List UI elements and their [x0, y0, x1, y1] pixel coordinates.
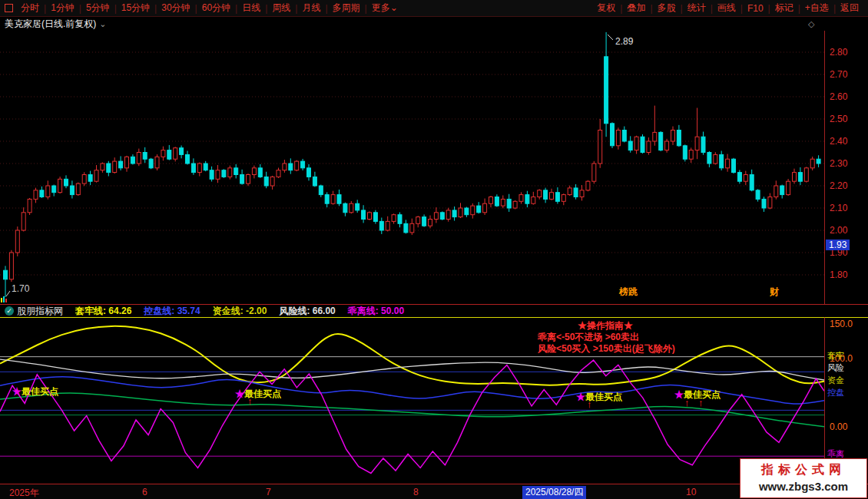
diamond-icon[interactable]: ◇ — [808, 19, 814, 29]
price-label: 2.50 — [830, 114, 847, 124]
check-icon: ✓ — [5, 306, 14, 316]
indicator-axis-label: 150.0 — [830, 319, 853, 329]
svg-text:榜跳: 榜跳 — [618, 286, 638, 297]
indicator-panel[interactable]: ★操作指南★乖离<-50不进场 >60卖出风险<50买入 >150卖出(起飞除外… — [0, 317, 824, 484]
indicator-axis-label: 0.00 — [830, 421, 847, 432]
date-label-3: 8 — [413, 487, 419, 497]
top-toolbar: 分时|1分钟|5分钟|15分钟|30分钟|60分钟|日线|周线|月线|多周期|更… — [0, 0, 868, 17]
star-icon: ★ — [12, 386, 22, 397]
price-label: 2.30 — [830, 158, 847, 169]
line-tag-3: 控盘 — [827, 387, 844, 398]
toolbar-tool-6[interactable]: 标记 — [770, 2, 798, 15]
logo-text: 股朋指标网 — [17, 305, 63, 318]
toolbar-period-6[interactable]: 日线 — [237, 2, 265, 15]
price-label: 2.40 — [830, 136, 847, 147]
titlebar: 美克家居(日线.前复权) ⌄ ◇ — [0, 17, 868, 31]
watermark-url: www.zbgs3.com — [740, 480, 866, 493]
toolbar-period-0[interactable]: 分时 — [16, 2, 44, 15]
star-icon: ★ — [576, 392, 585, 402]
date-axis: 2025年678102025/08/28/四 — [0, 484, 868, 499]
buy-point-text: 最佳买点 — [22, 386, 58, 397]
indicator-value-4: 乖离线: 50.00 — [348, 305, 404, 318]
toolbar-tool-5[interactable]: F10 — [743, 3, 768, 14]
buy-point-label-1: ★最佳买点 — [235, 388, 281, 401]
toolbar-tool-4[interactable]: 画线 — [713, 2, 740, 15]
price-axis: 2.802.702.602.502.402.302.202.102.001.90… — [824, 31, 868, 304]
toolbar-period-7[interactable]: 周线 — [267, 2, 295, 15]
toolbar-period-1[interactable]: 1分钟 — [46, 2, 79, 15]
stock-title: 美克家居(日线.前复权) — [5, 18, 96, 31]
candlestick-chart[interactable]: 2.891.70榜跳财 — [0, 31, 824, 304]
watermark-box: 指标公式网 www.zbgs3.com — [740, 458, 867, 498]
price-label: 2.10 — [830, 203, 847, 213]
price-label: 2.20 — [830, 180, 847, 191]
toolbar-tool-7[interactable]: +自选 — [800, 2, 833, 15]
buy-arrow-icon-0: ↑ — [247, 395, 253, 407]
indicator-value-1: 控盘线: 35.74 — [144, 305, 200, 318]
indicator-value-0: 套牢线: 64.26 — [75, 305, 131, 318]
line-tag-0: 套牢 — [827, 350, 844, 362]
trading-app-window: 分时|1分钟|5分钟|15分钟|30分钟|60分钟|日线|周线|月线|多周期|更… — [0, 0, 868, 499]
indicator-site-logo[interactable]: ✓ 股朋指标网 — [5, 305, 63, 318]
buy-point-label-2: ★最佳买点 — [576, 391, 622, 404]
buy-point-label-3: ★最佳买点 — [674, 388, 721, 402]
date-label-0: 2025年 — [9, 487, 39, 499]
toolbar-period-9[interactable]: 多周期 — [328, 2, 365, 15]
line-tag-1: 风险 — [827, 362, 844, 374]
toolbar-period-10[interactable]: 更多⌄ — [367, 2, 403, 15]
star-icon: ★ — [674, 389, 684, 400]
toolbar-period-4[interactable]: 30分钟 — [157, 2, 194, 15]
buy-arrow-icon-2: ↑ — [684, 397, 690, 408]
date-label-2: 7 — [266, 487, 271, 497]
period-menu: 分时|1分钟|5分钟|15分钟|30分钟|60分钟|日线|周线|月线|多周期|更… — [5, 2, 592, 15]
toolbar-tool-0[interactable]: 复权 — [592, 2, 620, 15]
toolbar-tool-2[interactable]: 多股 — [653, 2, 681, 15]
buy-point-label-0: ★最佳买点 — [12, 385, 58, 398]
toolbar-period-2[interactable]: 5分钟 — [81, 2, 114, 15]
buy-arrow-icon-3: ↑ — [698, 397, 704, 408]
toolbar-period-5[interactable]: 60分钟 — [197, 2, 235, 15]
current-price-badge: 1.93 — [826, 240, 850, 250]
indicator-value-2: 资金线: -2.00 — [213, 305, 267, 318]
buy-arrow-icon-1: ↑ — [587, 398, 592, 410]
price-label: 2.00 — [830, 225, 847, 236]
toolbar-tool-1[interactable]: 叠加 — [622, 2, 650, 15]
toolbar-tool-8[interactable]: 返回 — [836, 2, 863, 15]
price-label: 2.60 — [830, 91, 847, 102]
date-label-4: 10 — [686, 487, 696, 497]
star-icon: ★ — [235, 388, 244, 399]
price-label: 1.80 — [830, 269, 847, 280]
toolbar-period-8[interactable]: 月线 — [297, 2, 325, 15]
tools-menu: 复权|叠加|多股|统计|画线|F10|标记|+自选|返回 — [592, 2, 863, 15]
chevron-down-icon[interactable]: ⌄ — [99, 19, 106, 29]
guide-text-2: 风险<50买入 >150卖出(起飞除外) — [538, 342, 675, 355]
price-label: 2.80 — [830, 47, 847, 58]
indicator-header: ✓ 股朋指标网 套牢线: 64.26控盘线: 35.74资金线: -2.00风险… — [0, 304, 868, 317]
toolbar-tool-3[interactable]: 统计 — [683, 2, 711, 15]
grid-icon — [5, 4, 13, 12]
svg-text:财: 财 — [769, 286, 779, 297]
watermark-title: 指标公式网 — [740, 462, 866, 478]
main-chart-area[interactable]: 2.891.70榜跳财 — [0, 31, 824, 304]
line-tag-2: 资金 — [827, 375, 844, 386]
selected-date-badge: 2025/08/28/四 — [522, 486, 586, 499]
date-label-1: 6 — [142, 487, 147, 497]
svg-text:2.89: 2.89 — [615, 36, 634, 47]
toolbar-period-3[interactable]: 15分钟 — [117, 2, 154, 15]
price-label: 2.70 — [830, 69, 847, 80]
indicator-value-3: 风险线: 66.00 — [279, 305, 335, 318]
svg-text:1.70: 1.70 — [12, 283, 30, 294]
indicator-line-风险线 — [0, 359, 824, 380]
